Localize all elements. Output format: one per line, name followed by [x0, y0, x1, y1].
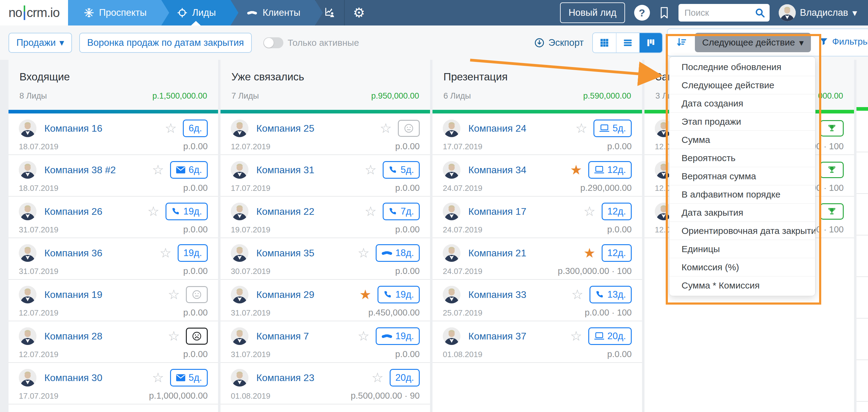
list-view-button[interactable] — [616, 33, 639, 53]
lead-card[interactable]: Компания 34★12д.24.07.2019р.290,000.00 — [432, 155, 642, 197]
lead-card[interactable] — [857, 318, 868, 360]
lead-card[interactable]: Компания 35☆18д.30.07.2019р.0.00 — [220, 238, 430, 280]
sort-menu-item[interactable]: Ориентировочная дата закрытия — [670, 222, 815, 240]
next-action-badge[interactable]: 6д. — [183, 119, 208, 137]
sort-menu-item[interactable]: Этап продажи — [670, 112, 815, 131]
sort-menu-item[interactable]: Следующее действие — [670, 76, 815, 94]
favorite-star[interactable]: ★ — [583, 246, 595, 260]
export-button[interactable]: Эскпорт — [534, 37, 584, 48]
lead-name[interactable]: Компания 35 — [256, 247, 314, 259]
lead-card[interactable]: Компания 33☆13д.25.07.2019р.0.00 · 100 — [432, 280, 642, 321]
lead-card[interactable] — [857, 152, 868, 194]
sort-menu-item[interactable]: Вероятность — [670, 149, 815, 167]
sort-menu-item[interactable]: В алфавитном порядке — [670, 185, 815, 204]
lead-card[interactable] — [857, 194, 868, 235]
favorite-star[interactable]: ☆ — [583, 205, 595, 218]
next-action-badge[interactable]: 12д. — [602, 203, 632, 220]
favorite-star[interactable]: ☆ — [147, 205, 159, 218]
lead-card[interactable]: Компания 7☆19д.31.07.2019р.0.00 — [220, 321, 430, 363]
next-action-badge[interactable] — [820, 203, 844, 220]
next-action-badge[interactable]: 19д. — [165, 203, 208, 220]
sort-menu-item[interactable]: Дата закрытия — [670, 204, 815, 222]
favorite-star[interactable]: ☆ — [358, 330, 369, 343]
sort-menu-item[interactable]: Сумма — [670, 131, 815, 149]
lead-name[interactable]: Компания 37 — [468, 331, 526, 342]
kanban-view-button[interactable] — [639, 33, 662, 53]
filters-button[interactable]: Фильтры — [819, 36, 868, 47]
favorite-star[interactable]: ☆ — [152, 371, 164, 384]
next-action-badge[interactable] — [398, 120, 420, 137]
pipeline-select[interactable]: Продажи ▾ — [8, 33, 72, 53]
favorite-star[interactable]: ☆ — [165, 122, 177, 135]
lead-name[interactable]: Компания 29 — [256, 289, 314, 300]
lead-card[interactable]: Компания 24☆5д.17.07.2019р.0.00 — [432, 113, 642, 155]
favorite-star[interactable]: ☆ — [371, 371, 383, 384]
lead-name[interactable]: Компания 31 — [256, 165, 314, 176]
sort-menu-item[interactable]: Комиссия (%) — [670, 258, 815, 276]
next-action-badge[interactable] — [186, 286, 208, 303]
sort-menu-item[interactable]: Вероятная сумма — [670, 167, 815, 185]
lead-name[interactable]: Компания 19 — [44, 289, 102, 300]
lead-card[interactable]: Компания 16☆6д.18.07.2019р.0.00 — [8, 113, 218, 155]
favorite-star[interactable]: ☆ — [570, 330, 582, 343]
next-action-badge[interactable]: 19д. — [376, 328, 420, 345]
lead-card[interactable] — [857, 360, 868, 402]
next-action-badge[interactable]: 12д. — [588, 161, 632, 179]
lead-card[interactable]: Компания 31☆5д.17.07.2019р.0.00 — [220, 155, 430, 197]
favorite-star[interactable]: ★ — [570, 163, 582, 177]
lead-card[interactable]: Компания 29★19д.31.07.2019р.450,000.00 — [220, 280, 430, 321]
next-action-badge[interactable]: 7д. — [383, 203, 420, 220]
sort-menu-item[interactable]: Сумма * Комиссия — [670, 276, 815, 295]
sort-direction-button[interactable] — [672, 33, 691, 52]
favorite-star[interactable]: ☆ — [358, 246, 369, 260]
next-action-badge[interactable]: 13д. — [589, 286, 632, 303]
next-action-badge[interactable]: 5д. — [170, 369, 208, 386]
next-action-badge[interactable] — [820, 120, 844, 137]
funnel-by-close-date-button[interactable]: Воронка продаж по датам закрытия — [79, 33, 252, 53]
next-action-badge[interactable] — [820, 162, 844, 178]
lead-name[interactable]: Компания 38 #2 — [44, 165, 116, 176]
favorite-star[interactable]: ☆ — [571, 288, 583, 301]
lead-name[interactable]: Компания 7 — [256, 331, 309, 342]
favorite-star[interactable]: ☆ — [152, 163, 164, 177]
lead-name[interactable]: Компания 25 — [256, 123, 314, 134]
tab-clients[interactable]: Клиенты — [230, 0, 315, 26]
next-action-badge[interactable]: 20д. — [390, 369, 420, 386]
sort-menu-item[interactable]: Единицы — [670, 240, 815, 258]
lead-name[interactable]: Компания 24 — [468, 123, 526, 134]
favorite-star[interactable]: ★ — [359, 288, 371, 301]
favorite-star[interactable]: ☆ — [576, 122, 587, 135]
lead-card[interactable]: Компания 25☆12.07.2019р.0.00 — [220, 113, 430, 155]
favorite-star[interactable]: ☆ — [365, 205, 377, 218]
lead-card[interactable]: Компания 36☆19д.31.07.2019р.0.00 — [8, 238, 218, 280]
lead-name[interactable]: Компания 34 — [468, 165, 526, 176]
sort-menu-item[interactable]: Последние обновления — [670, 58, 815, 76]
lead-card[interactable]: Компания 22☆7д.19.07.2019р.0.00 — [220, 197, 430, 238]
lead-card[interactable] — [857, 235, 868, 277]
lead-card[interactable]: Компания 21★12д.24.07.2019р.300,000.00 ·… — [432, 238, 642, 280]
lead-name[interactable]: Компания 28 — [44, 331, 102, 342]
active-only-toggle[interactable] — [263, 37, 283, 48]
next-action-badge[interactable]: 20д. — [588, 328, 632, 345]
search-icon[interactable] — [754, 7, 765, 18]
new-lead-button[interactable]: Новый лид — [560, 2, 625, 23]
lead-card[interactable]: Компания 30☆5д.17.07.2019р.1,000,000.00 — [8, 363, 218, 404]
next-action-badge[interactable] — [186, 328, 208, 345]
lead-card[interactable]: Компания 37☆20д.01.08.2019р.0.00 — [432, 321, 642, 363]
next-action-badge[interactable]: 18д. — [376, 244, 420, 262]
favorite-star[interactable]: ☆ — [159, 246, 171, 260]
lead-card[interactable]: Компания 19☆12.07.2019р.0.00 — [8, 280, 218, 321]
lead-name[interactable]: Компания 21 — [468, 247, 526, 259]
lead-name[interactable]: Компания 23 — [256, 372, 314, 383]
sort-by-dropdown[interactable]: Следующее действие ▾ — [695, 33, 811, 52]
lead-card[interactable]: Компания 23☆20д.01.08.2019р.500,000.00 ·… — [220, 363, 430, 404]
favorite-star[interactable]: ☆ — [168, 288, 180, 301]
lead-card[interactable] — [857, 277, 868, 318]
next-action-badge[interactable]: 19д. — [377, 286, 420, 303]
lead-name[interactable]: Компания 26 — [44, 206, 102, 217]
user-menu[interactable]: Владислав ▾ — [779, 4, 857, 21]
next-action-badge[interactable]: 6д. — [170, 161, 208, 179]
bookmark-icon[interactable] — [659, 6, 670, 20]
lead-name[interactable]: Компания 36 — [44, 247, 102, 259]
next-action-badge[interactable]: 5д. — [593, 119, 632, 137]
